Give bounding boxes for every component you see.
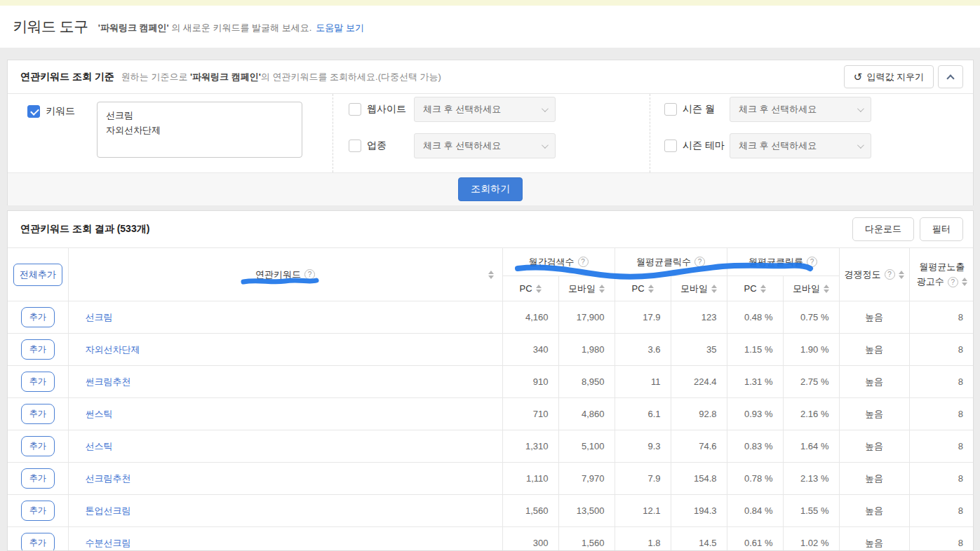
season-month-select[interactable]: 체크 후 선택하세요 xyxy=(730,97,871,122)
ctr-pc-cell: 0.48 % xyxy=(727,301,783,334)
search-mobile-cell: 4,860 xyxy=(558,398,615,430)
help-icon[interactable]: ? xyxy=(807,257,817,267)
keyword-link[interactable]: 수분선크림 xyxy=(86,538,131,548)
keyword-checkbox-label: 키워드 xyxy=(46,105,75,118)
ctr-pc-cell: 0.93 % xyxy=(727,398,783,430)
results-card: 연관키워드 조회 결과 (533개) 다운로드 필터 전체추가 연관키워드? xyxy=(7,210,974,551)
clicks-mobile-cell: 194.3 xyxy=(671,495,727,527)
sort-icon[interactable] xyxy=(536,285,542,293)
search-pc-cell: 1,310 xyxy=(502,430,558,463)
ctr-mobile-cell: 1.02 % xyxy=(783,527,839,551)
clicks-mobile-cell: 224.4 xyxy=(671,366,727,398)
competition-cell: 높음 xyxy=(839,334,909,366)
ctr-pc-cell: 0.61 % xyxy=(727,527,783,551)
keyword-checkbox[interactable] xyxy=(27,105,40,118)
search-mobile-cell: 7,970 xyxy=(558,463,615,495)
add-keyword-button[interactable]: 추가 xyxy=(21,339,55,360)
keyword-link[interactable]: 톤업선크림 xyxy=(86,505,131,516)
clear-inputs-button[interactable]: ↺입력값 지우기 xyxy=(844,65,934,88)
search-pc-header: PC xyxy=(502,276,558,301)
sort-icon[interactable] xyxy=(711,285,717,293)
add-keyword-button[interactable]: 추가 xyxy=(21,533,55,551)
clicks-pc-cell: 12.1 xyxy=(615,495,671,527)
season-theme-select[interactable]: 체크 후 선택하세요 xyxy=(730,133,871,158)
sort-icon[interactable] xyxy=(599,285,605,293)
clicks-mobile-cell: 154.8 xyxy=(671,463,727,495)
search-mobile-cell: 8,950 xyxy=(558,366,615,398)
middle-filter-column: 웹사이트 체크 후 선택하세요 업종 체크 후 선택하세요 xyxy=(333,94,650,172)
clicks-pc-cell: 3.6 xyxy=(615,334,671,366)
website-select[interactable]: 체크 후 선택하세요 xyxy=(414,97,556,122)
help-icon[interactable]: ? xyxy=(304,269,315,280)
avg-ad-count-header: 월평균노출 광고수? xyxy=(909,248,974,301)
clicks-pc-cell: 1.8 xyxy=(615,527,671,551)
season-filter-column: 시즌 월 체크 후 선택하세요 시즌 테마 체크 후 선택하세요 xyxy=(650,94,973,172)
sort-icon[interactable] xyxy=(760,285,766,293)
season-theme-label: 시즌 테마 xyxy=(683,140,725,152)
search-button[interactable]: 조회하기 xyxy=(458,177,523,201)
table-row: 추가 톤업선크림 1,560 13,500 12.1 194.3 0.84 % … xyxy=(8,495,974,527)
keyword-link[interactable]: 썬스틱 xyxy=(86,409,113,419)
clicks-pc-cell: 9.3 xyxy=(615,430,671,463)
help-icon[interactable]: ? xyxy=(578,257,589,267)
keyword-link[interactable]: 자외선차단제 xyxy=(86,344,140,355)
ctr-mobile-cell: 1.64 % xyxy=(783,430,839,463)
sort-icon[interactable] xyxy=(962,278,967,286)
help-icon[interactable]: ? xyxy=(948,277,958,287)
ctr-pc-cell: 1.15 % xyxy=(727,334,783,366)
table-row: 추가 썬스틱 710 4,860 6.1 92.8 0.93 % 2.16 % … xyxy=(8,398,974,430)
search-mobile-cell: 1,560 xyxy=(558,527,615,551)
help-icon[interactable]: ? xyxy=(885,269,895,280)
add-keyword-button[interactable]: 추가 xyxy=(21,372,55,392)
keyword-link[interactable]: 선크림추천 xyxy=(86,473,131,484)
ctr-mobile-cell: 1.55 % xyxy=(783,495,839,527)
ctr-mobile-cell: 2.75 % xyxy=(783,366,839,398)
keyword-link[interactable]: 썬크림추천 xyxy=(86,376,131,387)
collapse-button[interactable] xyxy=(938,65,963,88)
industry-checkbox[interactable] xyxy=(349,140,361,152)
season-month-checkbox[interactable] xyxy=(664,103,677,116)
help-link[interactable]: 도움말 보기 xyxy=(316,22,364,33)
keyword-column: 키워드 선크림 자외선차단제 xyxy=(8,94,333,172)
competition-cell: 높음 xyxy=(839,527,909,551)
help-icon[interactable]: ? xyxy=(694,257,705,267)
sort-icon[interactable] xyxy=(488,271,494,279)
sort-icon[interactable] xyxy=(824,285,829,293)
avg-clicks-header: 월평균클릭수? xyxy=(615,248,727,276)
industry-select[interactable]: 체크 후 선택하세요 xyxy=(414,133,556,158)
download-button[interactable]: 다운로드 xyxy=(852,217,914,241)
results-table: 전체추가 연관키워드? 월간검색수? 월평균클릭수? 월평균클릭률? 경쟁정도? xyxy=(8,247,974,551)
industry-label: 업종 xyxy=(367,140,387,152)
ad-count-cell: 8 xyxy=(909,463,974,495)
ad-count-cell: 8 xyxy=(909,301,974,334)
sort-icon[interactable] xyxy=(899,271,904,279)
add-all-button[interactable]: 전체추가 xyxy=(13,264,62,286)
filter-button[interactable]: 필터 xyxy=(920,217,963,241)
add-keyword-button[interactable]: 추가 xyxy=(21,468,55,489)
criteria-header: 연관키워드 조회 기준 원하는 기준으로 '파워링크 캠페인'의 연관키워드를 … xyxy=(8,60,973,94)
keyword-link[interactable]: 선스틱 xyxy=(86,441,113,451)
page-title: 키워드 도구 xyxy=(13,17,88,36)
add-keyword-button[interactable]: 추가 xyxy=(21,436,55,456)
ad-count-cell: 8 xyxy=(909,398,974,430)
industry-field-row: 업종 체크 후 선택하세요 xyxy=(349,133,650,158)
keyword-link[interactable]: 선크림 xyxy=(86,312,113,322)
ctr-pc-cell: 1.31 % xyxy=(727,366,783,398)
add-keyword-button[interactable]: 추가 xyxy=(21,404,55,424)
website-checkbox[interactable] xyxy=(349,103,361,116)
reset-icon: ↺ xyxy=(854,71,863,83)
keyword-input[interactable]: 선크림 자외선차단제 xyxy=(97,102,302,158)
sort-icon[interactable] xyxy=(648,285,654,293)
criteria-description: 원하는 기준으로 '파워링크 캠페인'의 연관키워드를 조회하세요.(다중선택 … xyxy=(121,71,441,83)
competition-cell: 높음 xyxy=(839,495,909,527)
website-label: 웹사이트 xyxy=(367,103,406,116)
ctr-mobile-cell: 0.75 % xyxy=(783,301,839,334)
add-keyword-button[interactable]: 추가 xyxy=(21,501,55,521)
ctr-pc-header: PC xyxy=(727,276,783,301)
ad-count-cell: 8 xyxy=(909,366,974,398)
competition-cell: 높음 xyxy=(839,366,909,398)
competition-header: 경쟁정도? xyxy=(839,248,909,301)
table-row: 추가 수분선크림 300 1,560 1.8 14.5 0.61 % 1.02 … xyxy=(8,527,974,551)
season-theme-checkbox[interactable] xyxy=(664,140,677,152)
add-keyword-button[interactable]: 추가 xyxy=(21,307,55,327)
